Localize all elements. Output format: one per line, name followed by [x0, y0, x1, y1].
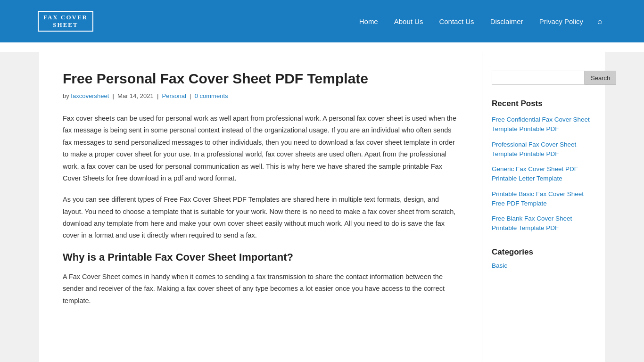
search-button[interactable]: Search [585, 71, 616, 85]
top-spacer [0, 42, 644, 52]
list-item: Free Confidential Fax Cover Sheet Templa… [492, 115, 595, 134]
recent-post-link-3[interactable]: Generic Fax Cover Sheet PDF Printable Le… [492, 165, 578, 182]
nav-disclaimer[interactable]: Disclaimer [485, 14, 529, 29]
category-link[interactable]: Personal [162, 92, 186, 99]
content-wrapper: Free Personal Fax Cover Sheet PDF Templa… [39, 52, 605, 362]
list-item: Professional Fax Cover Sheet Template Pr… [492, 140, 595, 159]
recent-posts-list: Free Confidential Fax Cover Sheet Templa… [492, 115, 595, 233]
post-meta: by faxcoversheet | Mar 14, 2021 | Person… [63, 92, 458, 99]
recent-posts-heading: Recent Posts [492, 99, 595, 108]
nav-contact[interactable]: Contact Us [433, 14, 479, 29]
recent-post-link-1[interactable]: Free Confidential Fax Cover Sheet Templa… [492, 116, 590, 132]
recent-post-link-5[interactable]: Free Blank Fax Cover Sheet Printable Tem… [492, 215, 572, 231]
categories-list: Basic [492, 262, 595, 270]
categories-heading: Categories [492, 247, 595, 257]
main-nav: Home About Us Contact Us Disclaimer Priv… [354, 13, 606, 30]
site-logo[interactable]: FAX COVER SHEET [38, 11, 93, 31]
recent-post-link-2[interactable]: Professional Fax Cover Sheet Template Pr… [492, 141, 576, 157]
logo-text: FAX COVER SHEET [38, 11, 93, 31]
section-heading: Why is a Printable Fax Cover Sheet Impor… [63, 251, 458, 263]
search-icon[interactable]: ⌕ [594, 13, 606, 30]
sidebar: Search Recent Posts Free Confidential Fa… [482, 52, 605, 362]
nav-about[interactable]: About Us [388, 14, 429, 29]
search-box: Search [492, 71, 595, 85]
main-content: Free Personal Fax Cover Sheet PDF Templa… [39, 52, 482, 362]
author-link[interactable]: faxcoversheet [71, 92, 109, 99]
nav-home[interactable]: Home [354, 14, 384, 29]
search-input[interactable] [492, 71, 585, 85]
comments-link[interactable]: 0 comments [195, 92, 228, 99]
paragraph-2: As you can see different types of Free F… [63, 194, 458, 242]
list-item: Printable Basic Fax Cover Sheet Free PDF… [492, 189, 595, 209]
section-paragraph: A Fax Cover Sheet comes in handy when it… [63, 271, 458, 307]
list-item: Free Blank Fax Cover Sheet Printable Tem… [492, 214, 595, 233]
list-item: Basic [492, 262, 595, 270]
category-link-basic[interactable]: Basic [492, 262, 507, 269]
list-item: Generic Fax Cover Sheet PDF Printable Le… [492, 165, 595, 184]
site-header: FAX COVER SHEET Home About Us Contact Us… [0, 0, 644, 42]
recent-post-link-4[interactable]: Printable Basic Fax Cover Sheet Free PDF… [492, 190, 584, 207]
nav-privacy[interactable]: Privacy Policy [534, 14, 589, 29]
paragraph-1: Fax cover sheets can be used for persona… [63, 113, 458, 184]
page-title: Free Personal Fax Cover Sheet PDF Templa… [63, 71, 458, 87]
